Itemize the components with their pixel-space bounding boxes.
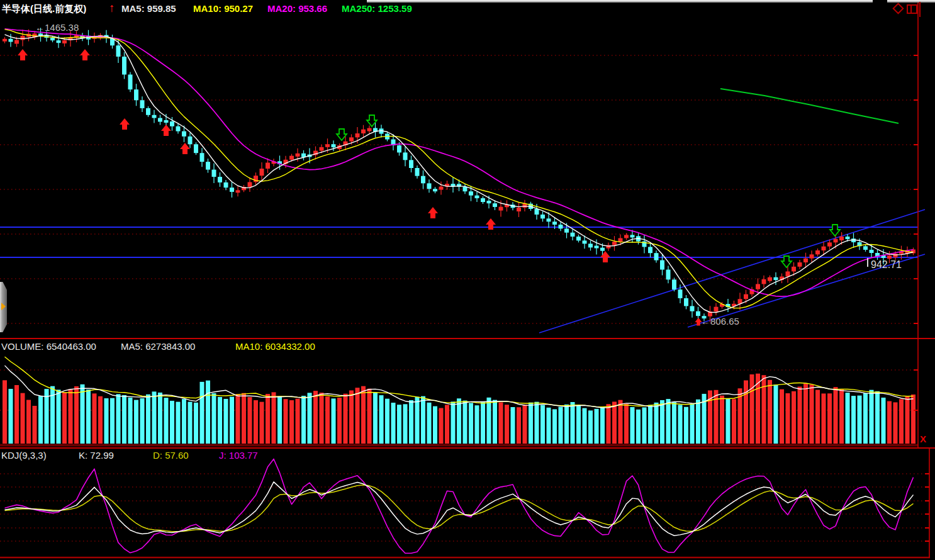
sidebar-expand-tab[interactable] (0, 282, 7, 332)
stock-chart-canvas[interactable] (0, 0, 935, 560)
volume-pane (0, 357, 918, 447)
high-price-label: ←1465.38 (35, 22, 79, 33)
expand-arrow-icon (1, 303, 6, 310)
buy-signal-arrow-icon (486, 218, 496, 230)
kdj-j-value: J: 103.77 (219, 450, 258, 461)
last-price-label: 942.71 (871, 259, 902, 271)
kdj-name: KDJ(9,3,3) (1, 450, 47, 461)
buy-signal-arrow-icon (80, 49, 90, 60)
buy-signal-arrow-icon (428, 207, 438, 218)
low-price-label: ←806.65 (701, 316, 739, 327)
ma10-value: MA10: 950.27 (193, 3, 253, 14)
buy-signal-arrow-icon (600, 251, 610, 262)
main-pane (0, 28, 925, 333)
volume-value: VOLUME: 6540463.00 (1, 341, 96, 352)
kdj-d-value: D: 57.60 (153, 450, 189, 461)
top-scrollbar[interactable] (367, 0, 873, 3)
ma20-value: MA20: 953.66 (267, 3, 327, 14)
buy-signal-arrow-icon (18, 49, 28, 60)
indicator-close-button[interactable]: X (920, 434, 926, 444)
ma250-value: MA250: 1253.59 (342, 3, 412, 14)
split-window-icon[interactable] (907, 4, 917, 14)
up-arrow-icon: ↑ (109, 1, 115, 15)
volume-ma5-value: MA5: 6273843.00 (121, 341, 195, 352)
buy-signal-arrow-icon (161, 125, 171, 136)
kdj-pane (0, 459, 929, 553)
ma5-value: MA5: 959.85 (121, 3, 176, 14)
top-scrollbar-segment[interactable] (887, 0, 935, 3)
window-edge-line (919, 2, 921, 17)
security-title: 半导体(日线.前复权) (2, 3, 86, 15)
last-price-tick (867, 258, 868, 267)
buy-signal-arrow-icon (120, 118, 130, 130)
kdj-k-value: K: 72.99 (79, 450, 114, 461)
trading-app-window: 半导体(日线.前复权) ↑ MA5: 959.85 MA10: 950.27 M… (0, 0, 935, 560)
volume-ma10-value: MA10: 6034332.00 (235, 341, 315, 352)
